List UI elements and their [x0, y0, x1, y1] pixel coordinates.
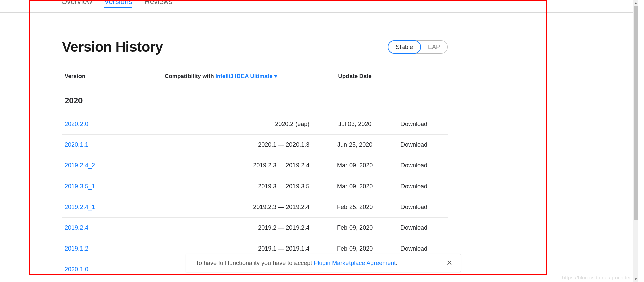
toast-agreement-link[interactable]: Plugin Marketplace Agreement [314, 260, 396, 266]
version-link[interactable]: 2020.1.1 [65, 141, 88, 148]
tab-overview[interactable]: Overview [61, 0, 92, 8]
version-link[interactable]: 2019.2.4_2 [65, 162, 95, 169]
version-link[interactable]: 2020.1.0 [65, 266, 88, 273]
year-label: 2020 [62, 85, 448, 114]
year-group-header: 2020 [62, 85, 448, 114]
download-button[interactable]: Download [398, 155, 448, 176]
compatibility-cell: 2019.2.3 — 2019.2.4 [162, 197, 312, 218]
compat-product-dropdown[interactable]: IntelliJ IDEA Ultimate [215, 73, 272, 79]
download-button[interactable]: Download [398, 197, 448, 218]
table-row: 2020.2.02020.2 (eap)Jul 03, 2020Download [62, 114, 448, 135]
table-row: 2019.2.4_12019.2.3 — 2019.2.4Feb 25, 202… [62, 197, 448, 218]
toast-text: To have full functionality you have to a… [196, 260, 314, 266]
column-header-compatibility: Compatibility with IntelliJ IDEA Ultimat… [162, 73, 312, 85]
caret-down-icon[interactable] [274, 75, 277, 78]
close-icon[interactable]: ✕ [445, 258, 454, 268]
watermark: https://blog.csdn.net/qmcoder [562, 275, 631, 280]
tab-reviews[interactable]: Reviews [145, 0, 172, 8]
column-header-download [398, 73, 448, 85]
update-date-cell: Mar 09, 2020 [312, 155, 398, 176]
version-link[interactable]: 2020.2.0 [65, 121, 88, 127]
version-link[interactable]: 2019.1.2 [65, 245, 88, 252]
page-title: Version History [62, 39, 163, 55]
scrollbar[interactable]: ▲ ▼ [633, 0, 638, 282]
update-date-cell: Mar 09, 2020 [312, 176, 398, 197]
table-row: 2019.3.5_12019.3 — 2019.3.5Mar 09, 2020D… [62, 176, 448, 197]
version-table: Version Compatibility with IntelliJ IDEA… [62, 73, 448, 280]
version-history-section: Version History Stable EAP Version Compa… [62, 39, 448, 280]
table-row: 2019.2.4_22019.2.3 — 2019.2.4Mar 09, 202… [62, 155, 448, 176]
toast-message: To have full functionality you have to a… [196, 260, 397, 267]
scrollbar-thumb[interactable] [634, 6, 638, 220]
update-date-cell: Feb 09, 2020 [312, 218, 398, 238]
channel-toggle: Stable EAP [388, 40, 448, 54]
version-link[interactable]: 2019.2.4_1 [65, 204, 95, 210]
download-button[interactable]: Download [398, 218, 448, 238]
scrollbar-down-icon[interactable]: ▼ [633, 276, 638, 282]
column-header-version: Version [62, 73, 162, 85]
download-button[interactable]: Download [398, 135, 448, 155]
scrollbar-up-icon[interactable]: ▲ [633, 0, 638, 6]
agreement-toast: To have full functionality you have to a… [186, 254, 461, 272]
compat-prefix: Compatibility with [165, 73, 215, 79]
update-date-cell: Feb 25, 2020 [312, 197, 398, 218]
download-button[interactable]: Download [398, 176, 448, 197]
download-button[interactable]: Download [398, 114, 448, 135]
version-link[interactable]: 2019.2.4 [65, 224, 88, 231]
compatibility-cell: 2020.1 — 2020.1.3 [162, 135, 312, 155]
compatibility-cell: 2019.2.3 — 2019.2.4 [162, 155, 312, 176]
update-date-cell: Jul 03, 2020 [312, 114, 398, 135]
compatibility-cell: 2019.3 — 2019.3.5 [162, 176, 312, 197]
tab-versions[interactable]: Versions [104, 0, 132, 8]
tabs-bar: Overview Versions Reviews [0, 0, 638, 13]
column-header-update-date: Update Date [312, 73, 398, 85]
version-link[interactable]: 2019.3.5_1 [65, 183, 95, 190]
toast-suffix: . [396, 260, 397, 266]
compatibility-cell: 2019.2 — 2019.2.4 [162, 218, 312, 238]
compatibility-cell: 2020.2 (eap) [162, 114, 312, 135]
table-row: 2020.1.12020.1 — 2020.1.3Jun 25, 2020Dow… [62, 135, 448, 155]
update-date-cell: Jun 25, 2020 [312, 135, 398, 155]
channel-stable-button[interactable]: Stable [388, 40, 421, 54]
channel-eap-button[interactable]: EAP [421, 41, 447, 53]
table-row: 2019.2.42019.2 — 2019.2.4Feb 09, 2020Dow… [62, 218, 448, 238]
